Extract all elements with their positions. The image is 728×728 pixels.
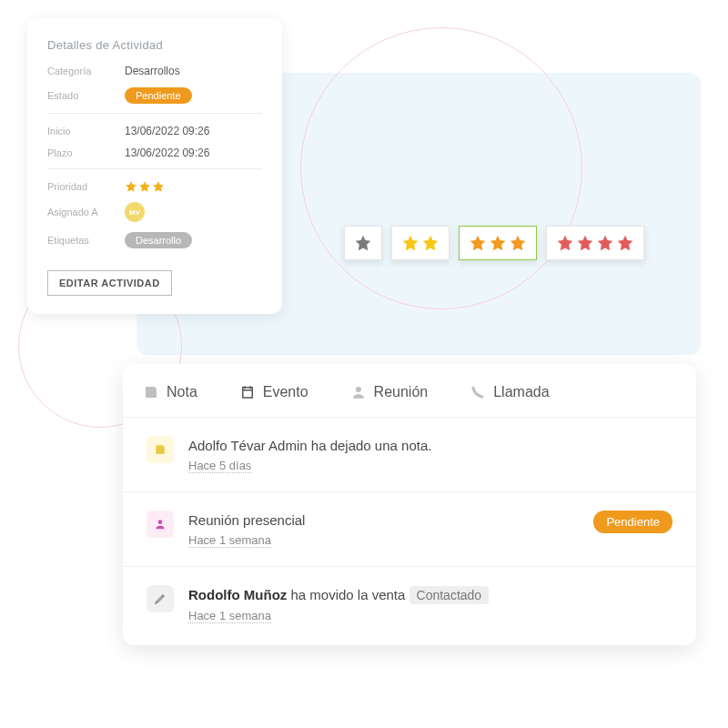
star-icon xyxy=(152,180,165,193)
priority-option-3[interactable] xyxy=(459,226,537,260)
divider xyxy=(47,113,262,114)
label-estado: Estado xyxy=(47,90,125,101)
status-badge: Pendiente xyxy=(593,511,672,533)
star-icon xyxy=(469,234,487,252)
star-icon xyxy=(616,234,634,252)
priority-picker xyxy=(344,226,644,260)
tab-label: Llamada xyxy=(493,384,549,400)
priority-stars xyxy=(125,180,165,193)
user-icon xyxy=(350,384,367,400)
star-icon xyxy=(556,234,574,252)
feed-text: Reunión presencial xyxy=(188,511,579,530)
star-icon xyxy=(401,234,420,252)
tab-reunion[interactable]: Reunión xyxy=(350,384,429,400)
star-icon xyxy=(489,234,507,252)
divider xyxy=(47,168,262,169)
feed-time: Hace 5 días xyxy=(188,459,251,473)
note-icon xyxy=(143,384,159,400)
stage-tag: Contactado xyxy=(410,586,490,604)
tab-llamada[interactable]: Llamada xyxy=(470,384,549,400)
feed-rest: ha movido la venta xyxy=(287,587,409,602)
feed-tabs: Nota Evento Reunión Llamada xyxy=(123,364,696,418)
priority-option-4[interactable] xyxy=(546,226,644,260)
feed-text: Adolfo Tévar Admin ha dejado una nota. xyxy=(188,436,672,455)
status-badge: Pendiente xyxy=(125,87,192,104)
star-icon xyxy=(421,234,440,252)
label-etiquetas: Etiquetas xyxy=(47,235,125,246)
details-title: Detalles de Actividad xyxy=(47,38,262,52)
label-inicio: Inicio xyxy=(47,126,125,136)
tab-label: Nota xyxy=(167,384,197,400)
star-icon xyxy=(596,234,614,252)
value-categoria: Desarrollos xyxy=(125,65,180,77)
feed-item: Adolfo Tévar Admin ha dejado una nota. H… xyxy=(123,418,696,492)
tag-chip: Desarrollo xyxy=(125,232,192,248)
label-plazo: Plazo xyxy=(47,147,125,158)
avatar: MV xyxy=(125,202,145,222)
pencil-icon xyxy=(147,585,174,612)
label-asignado: Asignado A xyxy=(47,207,125,217)
priority-option-2[interactable] xyxy=(391,226,450,260)
feed-item: Rodolfo Muñoz ha movido la venta Contact… xyxy=(123,567,696,642)
note-icon xyxy=(147,436,174,463)
tab-evento[interactable]: Evento xyxy=(239,384,308,400)
meeting-icon xyxy=(147,511,174,538)
tab-label: Reunión xyxy=(374,384,429,400)
star-icon xyxy=(354,234,372,252)
value-inicio: 13/06/2022 09:26 xyxy=(125,125,209,137)
tab-label: Evento xyxy=(263,384,308,400)
tab-nota[interactable]: Nota xyxy=(143,384,197,400)
activity-details-card: Detalles de Actividad Categoría Desarrol… xyxy=(27,18,282,314)
feed-item: Reunión presencial Hace 1 semana Pendien… xyxy=(123,492,696,567)
priority-option-1[interactable] xyxy=(344,226,382,260)
star-icon xyxy=(138,180,151,193)
value-plazo: 13/06/2022 09:26 xyxy=(125,147,209,159)
phone-icon xyxy=(470,384,486,400)
star-icon xyxy=(509,234,527,252)
edit-activity-button[interactable]: EDITAR ACTIVIDAD xyxy=(47,270,172,296)
feed-time: Hace 1 semana xyxy=(188,609,271,623)
calendar-icon xyxy=(239,384,256,400)
feed-actor: Rodolfo Muñoz xyxy=(188,587,287,602)
feed-time: Hace 1 semana xyxy=(188,533,271,548)
star-icon xyxy=(125,180,137,193)
label-categoria: Categoría xyxy=(47,66,125,76)
feed-text: Rodolfo Muñoz ha movido la venta Contact… xyxy=(188,585,672,605)
star-icon xyxy=(576,234,594,252)
label-prioridad: Prioridad xyxy=(47,181,125,192)
activity-feed-card: Nota Evento Reunión Llamada Adolfo Tévar… xyxy=(123,364,696,645)
decor-circle-large xyxy=(300,27,582,309)
